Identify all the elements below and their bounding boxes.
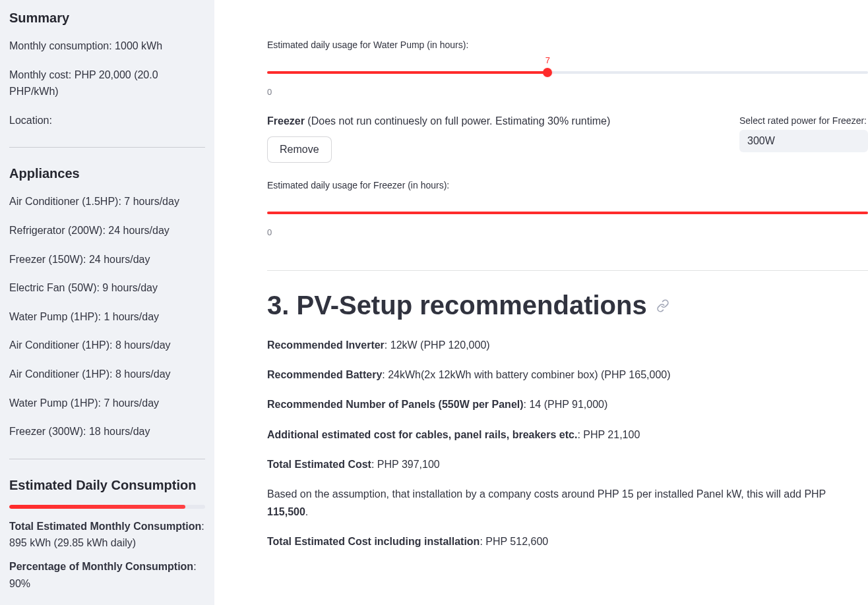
slider-value: 7 <box>545 55 550 65</box>
freezer-note: (Does not run continuesly on full power.… <box>305 115 610 127</box>
total-incl-label: Total Estimated Cost including installat… <box>267 536 480 547</box>
divider <box>9 459 205 459</box>
slider-min: 0 <box>267 227 868 237</box>
daily-progress <box>9 505 205 509</box>
appliance-item: Refrigerator (200W): 24 hours/day <box>9 222 205 239</box>
section-divider <box>267 270 868 271</box>
panels-value: : 14 (PHP 91,000) <box>524 399 608 410</box>
panels-line: Recommended Number of Panels (550W per P… <box>267 395 868 413</box>
monthly-cost: Monthly cost: PHP 20,000 (20.0 PHP/kWh) <box>9 67 205 100</box>
appliance-item: Freezer (300W): 18 hours/day <box>9 423 205 440</box>
total-value: : PHP 397,100 <box>371 459 440 470</box>
link-icon[interactable] <box>656 299 669 312</box>
total-label: Total Estimated Cost <box>267 459 371 470</box>
install-suffix: . <box>305 506 308 517</box>
inverter-line: Recommended Inverter: 12kW (PHP 120,000) <box>267 336 868 354</box>
battery-label: Recommended Battery <box>267 369 382 380</box>
summary-heading: Summary <box>9 11 205 26</box>
pv-heading: 3. PV-Setup recommendations <box>267 291 868 320</box>
monthly-total: Total Estimated Monthly Consumption: 895… <box>9 518 205 552</box>
waterpump-slider[interactable]: 7 <box>267 55 868 86</box>
freezer-power-label: Select rated power for Freezer: <box>739 115 868 126</box>
addl-value: : PHP 21,100 <box>577 429 640 440</box>
panels-label: Recommended Number of Panels (550W per P… <box>267 399 524 410</box>
install-line: Based on the assumption, that installati… <box>267 485 868 521</box>
total-incl-line: Total Estimated Cost including installat… <box>267 533 868 550</box>
battery-value: : 24kWh(2x 12kWh with battery combiner b… <box>382 369 670 380</box>
addl-label: Additional estimated cost for cables, pa… <box>267 429 577 440</box>
freezer-usage-label: Estimated daily usage for Freezer (in ho… <box>267 180 868 190</box>
slider-min: 0 <box>267 87 868 97</box>
battery-line: Recommended Battery: 24kWh(2x 12kWh with… <box>267 366 868 384</box>
waterpump-usage-label: Estimated daily usage for Water Pump (in… <box>267 40 868 50</box>
appliance-item: Water Pump (1HP): 1 hours/day <box>9 308 205 326</box>
daily-progress-fill <box>9 505 185 509</box>
main-content: Estimated daily usage for Water Pump (in… <box>214 0 868 605</box>
monthly-consumption: Monthly consumption: 1000 kWh <box>9 38 205 55</box>
appliance-item: Air Conditioner (1.5HP): 7 hours/day <box>9 193 205 210</box>
sidebar: Summary Monthly consumption: 1000 kWh Mo… <box>0 0 214 605</box>
remove-button[interactable]: Remove <box>267 136 332 163</box>
appliance-item: Electric Fan (50W): 9 hours/day <box>9 279 205 297</box>
daily-consumption-heading: Estimated Daily Consumption <box>9 478 205 493</box>
percent-monthly: Percentage of Monthly Consumption: 90% <box>9 558 205 592</box>
freezer-power-value: 300W <box>747 135 775 147</box>
total-incl-value: : PHP 512,600 <box>480 536 548 547</box>
slider-thumb[interactable] <box>543 68 552 77</box>
total-line: Total Estimated Cost: PHP 397,100 <box>267 455 868 473</box>
freezer-slider[interactable] <box>267 196 868 226</box>
appliance-item: Air Conditioner (1HP): 8 hours/day <box>9 337 205 354</box>
appliance-item: Freezer (150W): 24 hours/day <box>9 251 205 268</box>
install-amount: 115,500 <box>267 506 305 517</box>
inverter-value: : 12kW (PHP 120,000) <box>385 339 490 351</box>
divider <box>9 147 205 148</box>
slider-fill <box>267 71 547 74</box>
percent-label: Percentage of Monthly Consumption <box>9 561 193 572</box>
appliance-item: Water Pump (1HP): 7 hours/day <box>9 395 205 412</box>
addl-line: Additional estimated cost for cables, pa… <box>267 426 868 444</box>
pv-heading-text: 3. PV-Setup recommendations <box>267 291 647 320</box>
appliances-heading: Appliances <box>9 166 205 181</box>
monthly-total-label: Total Estimated Monthly Consumption <box>9 521 201 532</box>
appliance-item: Air Conditioner (1HP): 8 hours/day <box>9 366 205 383</box>
freezer-name: Freezer <box>267 115 305 127</box>
slider-fill <box>267 212 868 214</box>
install-prefix: Based on the assumption, that installati… <box>267 488 826 500</box>
location: Location: <box>9 112 205 129</box>
freezer-block: Freezer (Does not run continuesly on ful… <box>267 115 868 237</box>
freezer-power-select[interactable]: 300W <box>739 130 868 152</box>
freezer-title: Freezer (Does not run continuesly on ful… <box>267 115 726 127</box>
inverter-label: Recommended Inverter <box>267 339 385 351</box>
